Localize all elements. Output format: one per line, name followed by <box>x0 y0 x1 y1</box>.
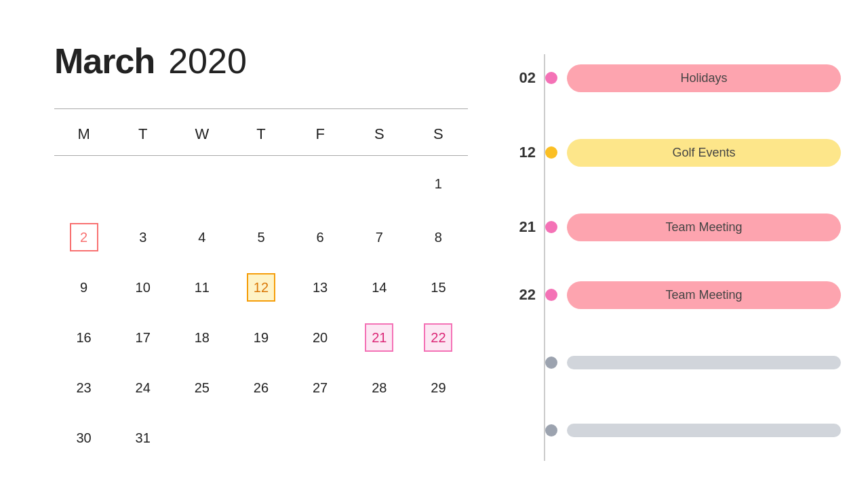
day-26: 26 <box>231 363 290 413</box>
day-31: 31 <box>113 413 172 466</box>
day-empty <box>350 413 409 466</box>
calendar-header: March 2020 <box>54 41 468 81</box>
timeline-dot-gray-1 <box>545 357 557 369</box>
day-28: 28 <box>350 363 409 413</box>
timeline-badge-gray-1 <box>567 356 841 369</box>
day-27: 27 <box>291 363 350 413</box>
day-19: 19 <box>231 312 290 363</box>
spacer4 <box>509 319 841 339</box>
timeline-date-21: 21 <box>509 218 536 236</box>
day-header-m: M <box>54 116 113 155</box>
timeline-item-gray-2 <box>509 407 841 454</box>
timeline-badge-meeting-22: Team Meeting <box>567 281 841 309</box>
day-header-t2: T <box>231 116 290 155</box>
day-22: 22 <box>409 312 468 363</box>
day-24: 24 <box>113 363 172 413</box>
day-17: 17 <box>113 312 172 363</box>
day-empty <box>54 159 113 212</box>
day-15: 15 <box>409 262 468 312</box>
day-5: 5 <box>231 212 290 262</box>
day-11: 11 <box>172 262 231 312</box>
day-21: 21 <box>350 312 409 363</box>
calendar-header-divider <box>54 155 468 156</box>
timeline-section: 02 Holidays 12 Golf Events 21 Team Meeti… <box>509 0 868 488</box>
timeline-dot-22 <box>545 289 557 301</box>
day-empty <box>172 413 231 466</box>
day-30: 30 <box>54 413 113 466</box>
day-13: 13 <box>291 262 350 312</box>
timeline-item-gray-1 <box>509 339 841 386</box>
day-header-f: F <box>291 116 350 155</box>
calendar-grid: M T W T F S S 1 2 3 4 5 6 7 8 9 10 11 12… <box>54 116 468 466</box>
day-3: 3 <box>113 212 172 262</box>
calendar-top-divider <box>54 108 468 109</box>
day-empty <box>291 413 350 466</box>
day-header-t1: T <box>113 116 172 155</box>
spacer3 <box>509 251 841 271</box>
day-4: 4 <box>172 212 231 262</box>
day-empty <box>231 413 290 466</box>
day-header-s1: S <box>350 116 409 155</box>
day-14: 14 <box>350 262 409 312</box>
timeline-dot-21 <box>545 221 557 233</box>
timeline-badge-gray-2 <box>567 424 841 437</box>
timeline-item-meeting-22: 22 Team Meeting <box>509 271 841 319</box>
day-6: 6 <box>291 212 350 262</box>
calendar-month: March <box>54 41 155 81</box>
timeline-item-meeting-21: 21 Team Meeting <box>509 203 841 251</box>
timeline-badge-golf: Golf Events <box>567 139 841 167</box>
day-7: 7 <box>350 212 409 262</box>
timeline-date-22: 22 <box>509 286 536 304</box>
day-18: 18 <box>172 312 231 363</box>
calendar-section: March 2020 M T W T F S S 1 2 3 4 5 6 7 8… <box>0 0 509 488</box>
timeline-item-holidays: 02 Holidays <box>509 54 841 102</box>
day-empty <box>113 159 172 212</box>
timeline-dot-12 <box>545 146 557 159</box>
day-29: 29 <box>409 363 468 413</box>
timeline-dot-02 <box>545 72 557 84</box>
timeline-badge-meeting-21: Team Meeting <box>567 214 841 241</box>
timeline-dot-gray-2 <box>545 424 557 436</box>
day-empty <box>409 413 468 466</box>
timeline-line <box>544 54 545 461</box>
spacer1 <box>509 102 841 129</box>
timeline-date-02: 02 <box>509 69 536 87</box>
timeline-badge-holidays: Holidays <box>567 64 841 92</box>
timeline-container: 02 Holidays 12 Golf Events 21 Team Meeti… <box>509 54 841 461</box>
day-empty <box>291 159 350 212</box>
day-1: 1 <box>409 159 468 212</box>
day-header-w: W <box>172 116 231 155</box>
day-9: 9 <box>54 262 113 312</box>
spacer2 <box>509 176 841 203</box>
day-empty <box>172 159 231 212</box>
day-23: 23 <box>54 363 113 413</box>
day-8: 8 <box>409 212 468 262</box>
day-10: 10 <box>113 262 172 312</box>
timeline-date-12: 12 <box>509 144 536 161</box>
day-16: 16 <box>54 312 113 363</box>
spacer5 <box>509 386 841 407</box>
day-2: 2 <box>54 212 113 262</box>
day-12: 12 <box>231 262 290 312</box>
day-header-s2: S <box>409 116 468 155</box>
day-25: 25 <box>172 363 231 413</box>
day-empty <box>350 159 409 212</box>
day-20: 20 <box>291 312 350 363</box>
calendar-year: 2020 <box>168 41 247 81</box>
day-empty <box>231 159 290 212</box>
timeline-item-golf: 12 Golf Events <box>509 129 841 176</box>
